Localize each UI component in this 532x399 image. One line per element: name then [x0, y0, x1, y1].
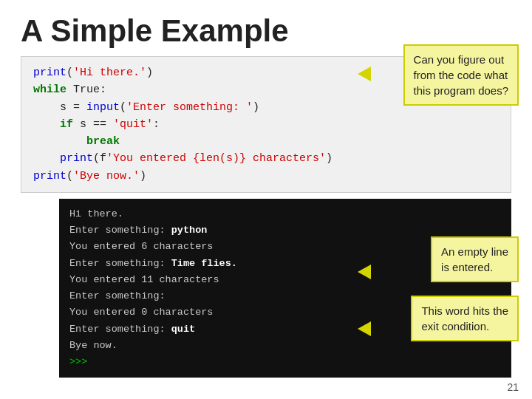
- callout-bot-text: This word hits the exit condition.: [421, 304, 508, 332]
- slide: A Simple Example print('Hi there.') whil…: [0, 0, 532, 399]
- callout-top-text: Can you figure out from the code what th…: [414, 53, 508, 97]
- callout-mid-text: An empty line is entered.: [441, 245, 508, 273]
- callout-top-arrow: [358, 66, 371, 81]
- callout-mid: An empty line is entered.: [431, 236, 519, 282]
- terminal-block: Hi there. Enter something: python You en…: [59, 199, 511, 378]
- callout-bot-arrow: [358, 321, 371, 336]
- terminal-line-1: Hi there.: [69, 206, 501, 222]
- callout-top: Can you figure out from the code what th…: [403, 44, 519, 106]
- callout-bot: This word hits the exit condition.: [411, 296, 519, 341]
- callout-mid-arrow: [358, 265, 371, 279]
- code-line-1: print: [33, 66, 66, 79]
- page-number: 21: [507, 381, 519, 393]
- terminal-prompt: >>>: [69, 354, 501, 370]
